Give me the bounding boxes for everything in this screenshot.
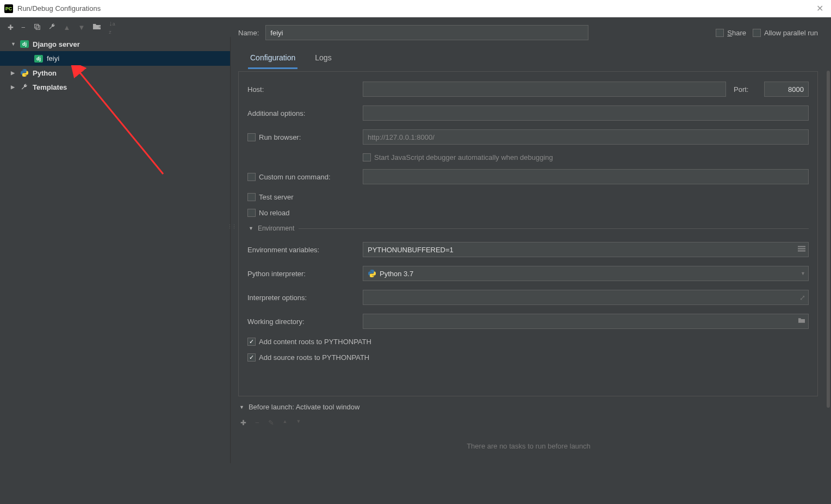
django-icon: dj — [34, 55, 43, 63]
content-roots-label: Add content roots to PYTHONPATH — [259, 338, 371, 346]
window-title: Run/Debug Configurations — [17, 4, 101, 13]
custom-run-command-input[interactable] — [363, 169, 809, 184]
edit-task-button[interactable]: ✎ — [268, 419, 274, 427]
additional-options-input[interactable] — [363, 105, 809, 121]
before-launch-header[interactable]: ▼ Before launch: Activate tool window — [239, 403, 818, 411]
copy-config-button[interactable] — [33, 23, 41, 32]
working-directory-label: Working directory: — [247, 318, 363, 326]
content-roots-checkbox[interactable]: Add content roots to PYTHONPATH — [247, 338, 371, 346]
browse-env-button[interactable] — [798, 246, 805, 254]
remove-config-button[interactable]: − — [21, 23, 26, 32]
additional-options-label: Additional options: — [247, 109, 363, 117]
start-js-debugger-label: Start JavaScript debugger automatically … — [374, 153, 553, 161]
checkbox-icon — [247, 209, 256, 217]
interpreter-value: Python 3.7 — [380, 270, 413, 278]
host-label: Host: — [247, 85, 363, 94]
interpreter-label: Python interpreter: — [247, 270, 363, 278]
scrollbar[interactable] — [827, 71, 830, 408]
tree-node-python[interactable]: ▶ Python — [0, 66, 230, 80]
checkbox-icon — [716, 29, 724, 37]
env-vars-input[interactable] — [363, 242, 809, 257]
source-roots-label: Add source roots to PYTHONPATH — [259, 353, 369, 362]
share-checkbox[interactable]: SSharehare — [716, 29, 746, 37]
python-icon — [20, 69, 29, 77]
allow-parallel-label: Allow parallel run — [764, 29, 818, 37]
collapse-arrow-icon: ▶ — [11, 84, 17, 90]
test-server-checkbox[interactable]: Test server — [247, 193, 294, 201]
custom-run-command-checkbox[interactable]: Custom run command: — [247, 173, 363, 181]
working-directory-input[interactable] — [363, 314, 809, 329]
move-up-button[interactable]: ▲ — [64, 23, 71, 32]
tree-node-django-server[interactable]: ▼ dj Django server — [0, 37, 230, 51]
port-input[interactable] — [764, 82, 809, 97]
start-js-debugger-checkbox[interactable]: Start JavaScript debugger automatically … — [363, 153, 553, 161]
port-label: Port: — [734, 85, 756, 94]
app-icon: PC — [4, 4, 13, 13]
no-reload-checkbox[interactable]: No reload — [247, 209, 289, 217]
move-task-down-button[interactable]: ▼ — [296, 419, 301, 427]
svg-rect-3 — [798, 246, 805, 247]
interpreter-options-label: Interpreter options: — [247, 294, 363, 302]
splitter-handle[interactable]: ⋮⋮ — [227, 224, 236, 229]
folder-button[interactable] — [92, 23, 101, 32]
environment-section-label: Environment — [258, 225, 294, 232]
checkbox-checked-icon — [247, 338, 256, 346]
tree-node-label: Django server — [33, 40, 80, 48]
checkbox-icon — [363, 153, 371, 161]
interpreter-options-input[interactable] — [363, 290, 809, 305]
environment-section-header[interactable]: ▼ Environment — [249, 225, 809, 232]
window-titlebar: PC Run/Debug Configurations ✕ — [0, 0, 831, 17]
expand-arrow-icon: ▼ — [11, 41, 17, 47]
expand-arrow-icon: ▼ — [249, 226, 253, 231]
checkbox-icon — [247, 133, 256, 141]
copy-icon — [33, 23, 41, 30]
tab-logs[interactable]: Logs — [313, 49, 333, 69]
interpreter-dropdown[interactable]: Python 3.7 — [363, 266, 809, 281]
run-browser-label: Run browser: — [259, 133, 301, 141]
list-icon — [798, 246, 805, 252]
svg-rect-4 — [798, 248, 805, 250]
allow-parallel-checkbox[interactable]: Allow parallel run — [753, 29, 818, 37]
tree-leaf-feiyi[interactable]: dj feiyi — [0, 51, 230, 66]
wrench-icon — [48, 23, 56, 30]
env-vars-label: Environment variables: — [247, 246, 363, 254]
checkbox-icon — [247, 193, 256, 201]
browse-folder-button[interactable] — [798, 318, 805, 326]
source-roots-checkbox[interactable]: Add source roots to PYTHONPATH — [247, 353, 369, 362]
window-close-button[interactable]: ✕ — [813, 3, 827, 14]
move-down-button[interactable]: ▼ — [78, 23, 85, 32]
move-task-up-button[interactable]: ▲ — [283, 419, 288, 427]
run-browser-checkbox[interactable]: Run browser: — [247, 133, 363, 141]
checkbox-icon — [753, 29, 761, 37]
add-task-button[interactable]: ✚ — [240, 419, 246, 427]
tree-node-label: Templates — [33, 83, 67, 91]
svg-rect-0 — [34, 24, 38, 28]
config-tabs: Configuration Logs — [238, 49, 818, 69]
configuration-form: Host: Port: Additional options: Run brow… — [238, 71, 818, 396]
tree-node-label: Python — [33, 69, 57, 77]
checkbox-checked-icon — [247, 353, 256, 362]
svg-rect-1 — [36, 26, 40, 29]
no-tasks-message: There are no tasks to run before launch — [239, 442, 818, 450]
expand-field-button[interactable]: ⤢ — [799, 294, 805, 302]
divider — [299, 228, 809, 229]
checkbox-icon — [247, 173, 256, 181]
expand-arrow-icon: ▼ — [239, 405, 244, 410]
config-tree: ▼ dj Django server dj feiyi ▶ Python ▶ — [0, 37, 231, 463]
host-input[interactable] — [363, 82, 726, 97]
folder-icon — [92, 23, 101, 30]
sort-button[interactable]: ↓az — [109, 19, 115, 35]
tab-configuration[interactable]: Configuration — [248, 49, 297, 69]
name-label: Name: — [238, 29, 259, 37]
remove-task-button[interactable]: − — [255, 419, 259, 427]
add-config-button[interactable]: ✚ — [8, 23, 14, 32]
wrench-icon — [21, 83, 28, 91]
config-toolbar: ✚ − ▲ ▼ ↓az — [0, 17, 231, 37]
folder-icon — [798, 318, 805, 324]
custom-run-command-label: Custom run command: — [259, 173, 331, 181]
edit-defaults-button[interactable] — [48, 23, 56, 32]
run-browser-url-input[interactable] — [363, 129, 809, 145]
tree-node-templates[interactable]: ▶ Templates — [0, 80, 230, 94]
dropdown-arrow-icon: ▼ — [801, 271, 805, 276]
name-input[interactable] — [265, 25, 588, 40]
